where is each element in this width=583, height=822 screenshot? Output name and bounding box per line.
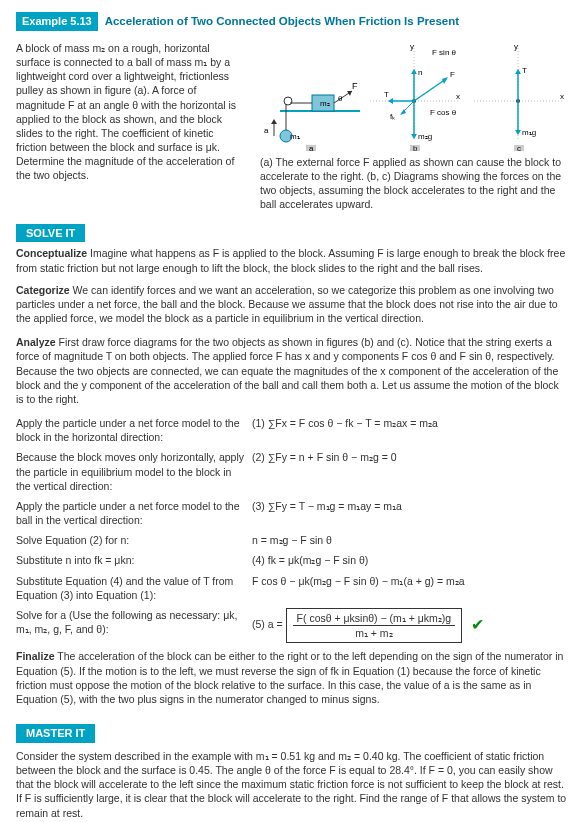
svg-text:y: y — [514, 42, 518, 51]
step-row: Substitute n into fk = μkn: (4) fk = μk(… — [16, 553, 567, 567]
svg-text:x: x — [456, 92, 460, 101]
analyze-text: First draw force diagrams for the two ob… — [16, 336, 559, 405]
step-text: Because the block moves only horizontall… — [16, 450, 252, 493]
finalize-block: Finalize The acceleration of the block c… — [16, 649, 567, 706]
svg-text:a: a — [309, 144, 314, 151]
conceptualize-label: Conceptualize — [16, 247, 87, 259]
step-row: Because the block moves only horizontall… — [16, 450, 567, 493]
example-title: Acceleration of Two Connected Objects Wh… — [105, 15, 459, 27]
answer-numerator: F( cosθ + μksinθ) − (m₁ + μkm₂)g — [293, 611, 456, 626]
svg-point-4 — [284, 97, 292, 105]
categorize-text: We can identify forces and we want an ac… — [16, 284, 558, 324]
step-row: Substitute Equation (4) and the value of… — [16, 574, 567, 602]
figure-c: x y T m₁g c — [468, 41, 568, 151]
master-it-badge: MASTER IT — [16, 724, 95, 743]
step-text: Apply the particle under a net force mod… — [16, 499, 252, 527]
example-number-badge: Example 5.13 — [16, 12, 98, 31]
step-eq: (3) ∑Fy = T − m₁g = m₁ay = m₁a — [252, 499, 567, 513]
finalize-text: The acceleration of the block can be eit… — [16, 650, 563, 705]
answer-box[interactable]: F( cosθ + μksinθ) − (m₁ + μkm₂)g m₁ + m₂ — [286, 608, 463, 643]
step-eq: n = m₂g − F sin θ — [252, 533, 567, 547]
step-row: Solve for a (Use the following as necess… — [16, 608, 567, 643]
svg-text:m₂: m₂ — [320, 99, 330, 108]
finalize-label: Finalize — [16, 650, 55, 662]
step-eq: F cos θ − μk(m₂g − F sin θ) − m₁(a + g) … — [252, 574, 567, 588]
step-text: Solve Equation (2) for n: — [16, 533, 252, 547]
answer-denominator: m₁ + m₂ — [293, 626, 456, 640]
master-it-text: Consider the system described in the exa… — [16, 749, 567, 820]
conceptualize-block: Conceptualize Imagine what happens as F … — [16, 246, 567, 274]
svg-marker-35 — [442, 77, 448, 84]
svg-marker-23 — [411, 69, 417, 74]
step-eq: (2) ∑Fy = n + F sin θ − m₂g = 0 — [252, 450, 567, 464]
step-row: Solve Equation (2) for n: n = m₂g − F si… — [16, 533, 567, 547]
svg-text:F: F — [352, 81, 358, 91]
step-text: Apply the particle under a net force mod… — [16, 416, 252, 444]
step-text: Solve for a (Use the following as necess… — [16, 608, 252, 636]
step-text: Substitute n into fk = μkn: — [16, 553, 252, 567]
svg-marker-50 — [515, 130, 521, 135]
svg-text:θ: θ — [338, 94, 343, 103]
svg-text:F sin θ: F sin θ — [432, 48, 457, 57]
svg-text:x: x — [560, 92, 564, 101]
analyze-label: Analyze — [16, 336, 56, 348]
example-header: Example 5.13 Acceleration of Two Connect… — [16, 12, 567, 31]
step-text: Substitute Equation (4) and the value of… — [16, 574, 252, 602]
svg-text:F cos θ: F cos θ — [430, 108, 457, 117]
step-eq: (4) fk = μk(m₂g − F sin θ) — [252, 553, 567, 567]
step-row: Apply the particle under a net force mod… — [16, 499, 567, 527]
step-eq: (5) a = F( cosθ + μksinθ) − (m₁ + μkm₂)g… — [252, 608, 567, 643]
step-row: Apply the particle under a net force mod… — [16, 416, 567, 444]
analyze-block: Analyze First draw force diagrams for th… — [16, 335, 567, 406]
svg-text:F: F — [450, 70, 455, 79]
svg-text:m₂g: m₂g — [418, 132, 432, 141]
svg-text:T: T — [384, 90, 389, 99]
svg-text:m₁: m₁ — [290, 132, 300, 141]
svg-text:fₖ: fₖ — [390, 112, 395, 121]
intro-text: A block of mass m₂ on a rough, horizonta… — [16, 41, 246, 212]
svg-text:n: n — [418, 68, 422, 77]
svg-marker-13 — [271, 119, 277, 124]
intro-row: A block of mass m₂ on a rough, horizonta… — [16, 41, 567, 212]
solve-it-badge: SOLVE IT — [16, 224, 85, 243]
conceptualize-text: Imagine what happens as F is applied to … — [16, 247, 565, 273]
svg-text:c: c — [517, 144, 521, 151]
svg-text:T: T — [522, 66, 527, 75]
svg-text:a: a — [264, 126, 269, 135]
svg-marker-32 — [411, 134, 417, 139]
svg-text:y: y — [410, 42, 414, 51]
figure-area: m₂ m₁ F θ a a — [260, 41, 568, 212]
categorize-block: Categorize We can identify forces and we… — [16, 283, 567, 326]
svg-marker-47 — [515, 69, 521, 74]
categorize-label: Categorize — [16, 284, 70, 296]
svg-text:m₁g: m₁g — [522, 128, 536, 137]
figure-a: m₂ m₁ F θ a a — [260, 41, 360, 151]
svg-text:b: b — [413, 144, 418, 151]
check-icon: ✔ — [471, 616, 484, 633]
figure-caption: (a) The external force F applied as show… — [260, 155, 568, 212]
step-eq: (1) ∑Fx = F cos θ − fk − T = m₂ax = m₂a — [252, 416, 567, 430]
figure-b: x y n T fₖ m₂g F F sin θ F cos θ b — [364, 41, 464, 151]
svg-line-34 — [414, 79, 446, 101]
